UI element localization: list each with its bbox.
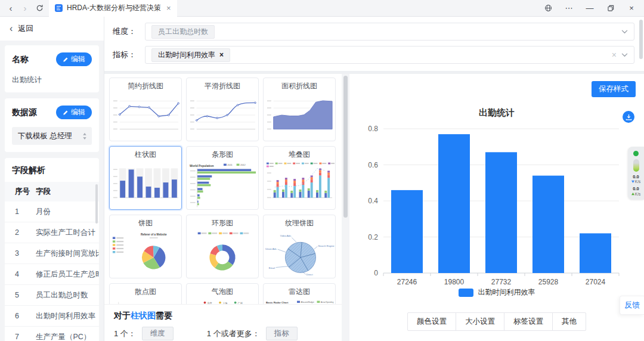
- svg-text:0.6: 0.6: [368, 161, 378, 169]
- field-row: 3生产衔接时间宽放比例: [5, 243, 99, 264]
- edit-name-button[interactable]: 编辑: [56, 52, 92, 66]
- left-sidebar: ‹ 返回 名称 编辑 出勤统计 数据源 编辑: [0, 17, 104, 341]
- gallery-card-bubble[interactable]: 气泡图北京上海广州: [186, 283, 259, 304]
- fields-scrollbar[interactable]: [95, 184, 98, 224]
- svg-text:Allocated Budget: Allocated Budget: [301, 301, 314, 303]
- browser-tab[interactable]: HRDA-大数据分析与经营决策 ×: [49, 0, 177, 17]
- metric-label: 指标：: [113, 49, 139, 60]
- fields-title: 字段解析: [5, 165, 99, 176]
- datasource-select[interactable]: 下载模板 总经理: [12, 127, 92, 145]
- feedback-button[interactable]: 反馈: [620, 296, 644, 315]
- restore-icon[interactable]: [606, 4, 615, 13]
- bar-chart: 00.20.40.60.82724619800277322592827024: [349, 124, 643, 294]
- selectors-panel: 维度： 员工出勤总时数 指标： 出勤时间利用效率 ×: [104, 17, 644, 74]
- close-window-icon[interactable]: ×: [627, 4, 636, 13]
- requirement-title: 对于柱状图需要: [114, 311, 332, 321]
- chevron-left-icon: ‹: [10, 24, 13, 33]
- remove-metric-icon[interactable]: ×: [219, 51, 224, 59]
- dimension-select[interactable]: 员工出勤总时数: [145, 23, 634, 41]
- pie-textured-thumbnail: Video AdsUnion AdsEmailDirectSearch Engi…: [264, 229, 335, 278]
- bar-27732[interactable]: [485, 152, 517, 273]
- gallery-card-line-simple[interactable]: 简约折线图: [109, 78, 182, 141]
- bar-25928[interactable]: [532, 176, 564, 273]
- chart-settings-group: 颜色设置大小设置标签设置其他: [349, 312, 644, 331]
- bar-19800[interactable]: [438, 134, 470, 273]
- need2-label: 1 个或者更多：: [207, 328, 260, 339]
- pie-thumbnail: Referer of a Website: [110, 229, 181, 278]
- svg-text:Actual Spending: Actual Spending: [321, 301, 334, 303]
- chart-title: 出勤统计: [349, 107, 644, 119]
- gallery-scrollbar-thumb[interactable]: [343, 76, 348, 218]
- back-link[interactable]: ‹ 返回: [0, 17, 104, 41]
- line-simple-thumbnail: [110, 92, 181, 141]
- pencil-icon: [63, 110, 69, 116]
- svg-text:27732: 27732: [491, 278, 512, 286]
- chart-legend[interactable]: 出勤时间利用效率: [349, 287, 644, 297]
- need2-tag: 指标: [266, 327, 298, 340]
- legend-swatch: [459, 289, 473, 297]
- svg-text:27024: 27024: [586, 278, 606, 286]
- need1-tag: 维度: [142, 327, 174, 340]
- metric-select[interactable]: 出勤时间利用效率 × ×: [145, 46, 634, 64]
- gallery-card-pie-textured[interactable]: 纹理饼图Video AdsUnion AdsEmailDirectSearch …: [263, 215, 336, 278]
- gallery-card-bar[interactable]: 柱状图: [109, 146, 182, 210]
- up-arrow-icon: [631, 193, 634, 196]
- minimize-icon[interactable]: —: [585, 4, 595, 13]
- radar-thumbnail: Basic Radar ChartAllocated BudgetActual …: [264, 297, 335, 304]
- gallery-card-scatter[interactable]: 散点图: [109, 283, 182, 304]
- gallery-card-label: 散点图: [110, 287, 181, 297]
- updown-arrows-icon: [82, 133, 87, 140]
- size-settings-button[interactable]: 大小设置: [456, 312, 504, 331]
- save-style-button[interactable]: 保存样式: [592, 81, 636, 97]
- datasource-card: 数据源 编辑 下载模板 总经理: [5, 98, 99, 152]
- clear-metrics-icon[interactable]: ×: [612, 50, 617, 60]
- app-window: ‹ › HRDA-大数据分析与经营决策 × ⋯ — × ‹: [0, 0, 644, 341]
- bar-horizontal-thumbnail: World Population20112012: [187, 160, 258, 209]
- refresh-icon[interactable]: [33, 2, 45, 14]
- chart-type-gallery: 简约折线图平滑折线图面积折线图柱状图条形图World Population201…: [104, 74, 342, 341]
- line-smooth-thumbnail: [187, 92, 258, 141]
- other-settings-button[interactable]: 其他: [552, 312, 586, 331]
- forward-icon[interactable]: ›: [19, 2, 31, 14]
- gallery-card-line-smooth[interactable]: 平滑折线图: [186, 78, 259, 141]
- pencil-icon: [63, 57, 69, 63]
- gallery-card-radar[interactable]: 雷达图Basic Radar ChartAllocated BudgetActu…: [263, 283, 336, 304]
- gallery-card-bar-stacked[interactable]: 堆叠图: [263, 146, 336, 210]
- fields-table-header: 序号 字段: [5, 182, 99, 202]
- page-scrollbar-thumb[interactable]: [639, 20, 643, 59]
- gallery-card-label: 条形图: [187, 150, 258, 160]
- gallery-card-donut[interactable]: 环形图: [186, 215, 259, 278]
- tab-favicon-icon: [55, 4, 63, 12]
- need1-label: 1 个：: [114, 328, 136, 339]
- color-settings-button[interactable]: 颜色设置: [407, 312, 456, 331]
- tab-close-icon[interactable]: ×: [166, 4, 171, 13]
- field-row: 1月份: [5, 202, 99, 222]
- bar-27246[interactable]: [391, 190, 423, 273]
- scatter-thumbnail: [110, 297, 181, 304]
- svg-text:0: 0: [374, 269, 378, 277]
- gallery-scrollbar[interactable]: [342, 74, 349, 341]
- svg-text:Basic Radar Chart: Basic Radar Chart: [266, 301, 289, 304]
- metric-tag[interactable]: 出勤时间利用效率 ×: [151, 48, 230, 62]
- globe-icon[interactable]: [543, 4, 553, 13]
- net-speed-widget[interactable]: 0.0 K/s 0.0 K/s: [628, 147, 644, 200]
- datasource-card-title: 数据源: [12, 107, 37, 118]
- gallery-card-bar-horizontal[interactable]: 条形图World Population20112012: [186, 146, 259, 210]
- fields-table: 序号 字段 1月份2实际生产工时合计3生产衔接时间宽放比例4修正后员工生产总时数…: [5, 182, 99, 341]
- more-menu-icon[interactable]: ⋯: [564, 4, 574, 13]
- svg-text:2012: 2012: [240, 163, 246, 166]
- edit-datasource-button[interactable]: 编辑: [56, 106, 92, 119]
- svg-text:Referer of a Website: Referer of a Website: [141, 234, 167, 237]
- bar-27024[interactable]: [580, 233, 611, 273]
- gallery-card-line-area[interactable]: 面积折线图: [263, 78, 336, 141]
- back-label: 返回: [18, 23, 33, 34]
- download-icon[interactable]: [623, 111, 634, 123]
- dimension-tag[interactable]: 员工出勤总时数: [151, 25, 215, 39]
- gallery-card-label: 纹理饼图: [264, 218, 335, 228]
- name-card: 名称 编辑 出勤统计: [5, 45, 99, 92]
- label-settings-button[interactable]: 标签设置: [504, 312, 553, 331]
- svg-text:0.2: 0.2: [368, 233, 378, 241]
- back-icon[interactable]: ‹: [5, 2, 17, 14]
- gallery-card-label: 面积折线图: [264, 81, 335, 91]
- gallery-card-pie[interactable]: 饼图Referer of a Website: [109, 215, 182, 278]
